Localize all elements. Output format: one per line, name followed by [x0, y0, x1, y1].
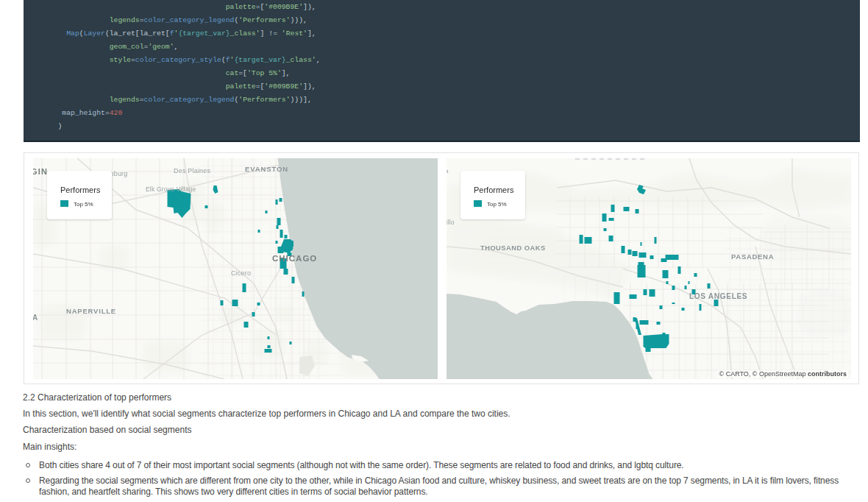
svg-text:Des Plaines: Des Plaines: [174, 167, 211, 174]
svg-text:NAPERVILLE: NAPERVILLE: [66, 307, 116, 315]
svg-text:CHICAGO: CHICAGO: [272, 254, 317, 263]
svg-text:A: A: [33, 314, 38, 322]
svg-text:illo: illo: [447, 219, 455, 226]
svg-text:EVANSTON: EVANSTON: [245, 165, 288, 173]
svg-text:GIN: GIN: [33, 167, 48, 176]
svg-text:THOUSAND OAKS: THOUSAND OAKS: [480, 244, 546, 252]
svg-text:LOS ANGELES: LOS ANGELES: [689, 292, 747, 300]
svg-text:Cicero: Cicero: [231, 269, 251, 277]
svg-text:PASADENA: PASADENA: [731, 252, 774, 261]
svg-text:Elk Grove Village: Elk Grove Village: [146, 185, 196, 193]
